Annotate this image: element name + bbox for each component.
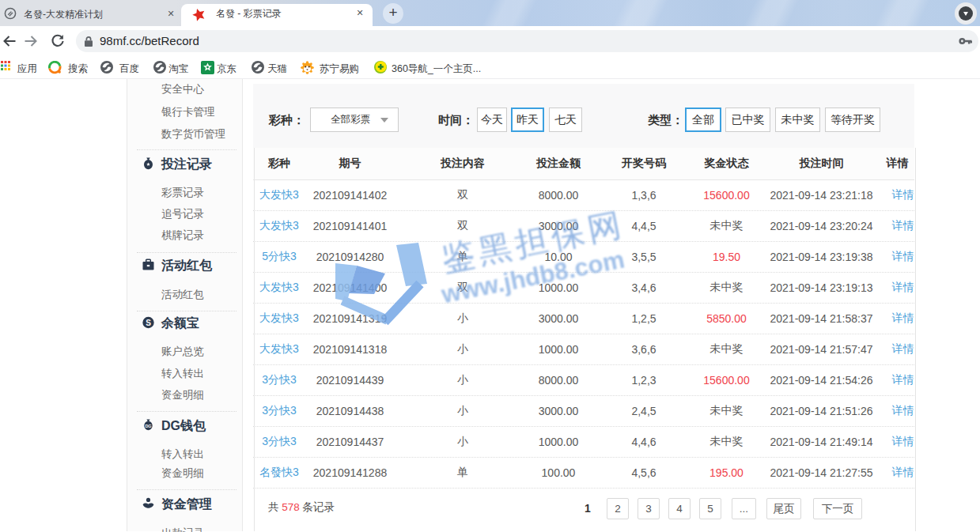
svg-text:S: S: [146, 319, 151, 327]
svg-text:DG: DG: [145, 424, 151, 428]
